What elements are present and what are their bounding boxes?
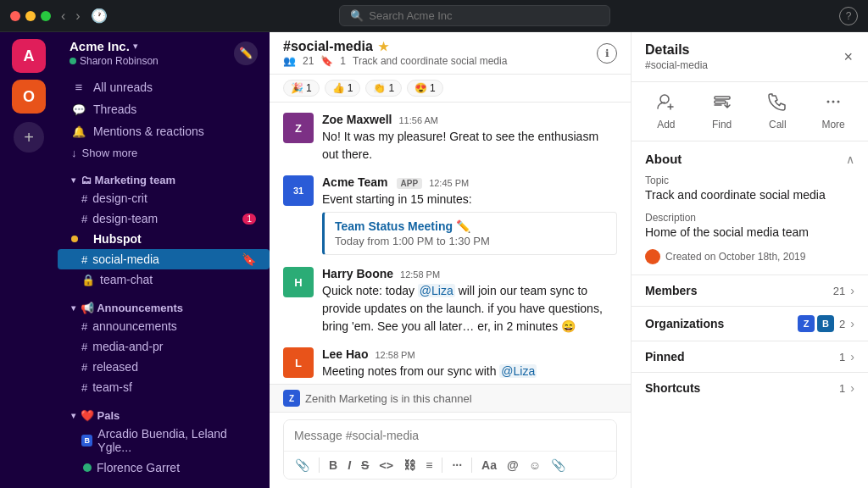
members-row[interactable]: Members 21 › <box>632 274 868 306</box>
svg-rect-1 <box>715 97 730 99</box>
section-announcements[interactable]: ▾ 📢 Announcements <box>58 295 270 316</box>
more-action[interactable]: More <box>810 92 857 130</box>
event-title: Team Status Meeting ✏️ <box>335 219 606 233</box>
online-status-dot <box>70 58 76 64</box>
pinned-label: Pinned <box>645 350 685 363</box>
channel-meta: 👥 21 🔖 1 Track and coordinate social med… <box>283 55 507 67</box>
event-card[interactable]: Team Status Meeting ✏️ Today from 1:00 P… <box>322 212 617 255</box>
show-more-button[interactable]: ↓ Show more <box>58 142 270 164</box>
about-header[interactable]: About ∧ <box>645 152 854 166</box>
close-details-button[interactable]: × <box>842 47 854 68</box>
chevron-right-icon: › <box>850 381 854 395</box>
call-label: Call <box>769 119 787 130</box>
code-button[interactable]: <> <box>375 455 398 475</box>
message-author: Zoe Maxwell <box>322 113 392 126</box>
channel-item-design-crit[interactable]: # design-crit <box>58 188 270 208</box>
sidebar-item-mentions[interactable]: 🔔 Mentions & reactions <box>58 120 270 142</box>
nav-arrows: ‹ › 🕐 <box>58 6 111 25</box>
channel-item-florence[interactable]: Florence Garret <box>58 458 270 478</box>
reaction-party[interactable]: 🎉 1 <box>283 80 320 97</box>
attach-button[interactable]: 📎 <box>291 455 314 475</box>
mention-button[interactable]: @ <box>503 455 523 475</box>
message-content: Harry Boone 12:58 PM Quick note: today @… <box>322 267 617 336</box>
workspace-icon-primary[interactable]: A <box>12 39 46 73</box>
bold-button[interactable]: B <box>325 455 342 475</box>
pinned-row[interactable]: Pinned 1 › <box>632 341 868 372</box>
link-button[interactable]: ⛓ <box>399 455 420 475</box>
message-time: 12:58 PM <box>375 350 415 360</box>
channel-item-team-sf[interactable]: # team-sf <box>58 377 270 397</box>
shortcuts-row[interactable]: Shortcuts 1 › <box>632 372 868 403</box>
history-button[interactable]: 🕐 <box>87 6 111 25</box>
list-button[interactable]: ≡ <box>421 455 437 475</box>
sidebar-item-threads[interactable]: 💬 Threads <box>58 98 270 120</box>
topbar-left: ‹ › 🕐 <box>10 6 111 25</box>
sidebar-item-all-unreads[interactable]: ≡ All unreads <box>58 75 270 98</box>
workspace-icon-secondary[interactable]: O <box>12 80 46 114</box>
bookmark-meta-icon: 🔖 <box>320 55 333 67</box>
strikethrough-button[interactable]: S <box>357 455 373 475</box>
add-action[interactable]: Add <box>643 92 689 130</box>
channel-item-arcadio[interactable]: B Arcadio Buendia, Leland Ygle... <box>58 424 270 458</box>
hash-icon: # <box>81 381 87 394</box>
creator-avatar <box>645 249 660 264</box>
message-text: Quick note: today @Liza will join our te… <box>322 282 617 336</box>
star-icon[interactable]: ★ <box>378 40 389 53</box>
minimize-traffic-light[interactable] <box>25 11 36 21</box>
channel-item-media-and-pr[interactable]: # media-and-pr <box>58 336 270 357</box>
about-section: About ∧ Topic Track and coordinate socia… <box>632 141 868 274</box>
org-badge-z: Z <box>798 315 815 332</box>
message-text: Event starting in 15 minutes: <box>322 191 617 208</box>
organizations-row[interactable]: Organizations Z B 2 › <box>632 306 868 341</box>
details-subtitle: #social-media <box>645 59 708 71</box>
channel-info-button[interactable]: ℹ <box>597 43 617 64</box>
message-text: Meeting notes from our sync with @Liza <box>322 363 617 380</box>
workspace-name[interactable]: Acme Inc. ▾ <box>70 39 159 53</box>
file-attach-button[interactable]: 📎 <box>547 455 570 475</box>
more-formatting-button[interactable]: ··· <box>448 455 466 475</box>
section-pals[interactable]: ▾ ❤️ Pals <box>58 402 270 424</box>
section-marketing[interactable]: ▾ 🗂 Marketing team <box>58 167 270 188</box>
about-topic: Topic Track and coordinate social media <box>645 175 854 202</box>
shortcuts-value-area: 1 › <box>839 381 854 395</box>
reaction-clap[interactable]: 👏 1 <box>365 80 402 97</box>
search-bar[interactable]: 🔍 <box>339 5 610 26</box>
more-label: More <box>821 119 844 130</box>
italic-button[interactable]: I <box>343 455 355 475</box>
dm-icon: B <box>81 435 92 446</box>
back-button[interactable]: ‹ <box>58 6 69 25</box>
organizations-value-area: Z B 2 › <box>798 315 854 332</box>
reaction-thumbsup[interactable]: 👍 1 <box>325 80 361 97</box>
font-size-button[interactable]: Aa <box>477 455 501 475</box>
message-header: Zoe Maxwell 11:56 AM <box>322 113 617 126</box>
workspace-info: Acme Inc. ▾ Sharon Robinson <box>70 39 159 67</box>
add-workspace-button[interactable]: + <box>14 122 44 152</box>
message-header: Lee Hao 12:58 PM <box>322 347 617 361</box>
channel-item-team-chat[interactable]: 🔒 team-chat <box>58 269 270 290</box>
call-action[interactable]: Call <box>754 92 801 130</box>
channel-item-released[interactable]: # released <box>58 357 270 377</box>
org-badges: Z B <box>798 315 834 332</box>
search-input[interactable] <box>369 9 599 22</box>
find-action[interactable]: Find <box>698 92 745 130</box>
mention: @Liza <box>418 284 455 297</box>
channel-item-hubspot[interactable]: Hubspot <box>58 229 270 249</box>
close-traffic-light[interactable] <box>10 11 20 21</box>
channel-item-announcements[interactable]: # announcements <box>58 316 270 336</box>
details-header: Details #social-media × <box>632 32 868 82</box>
message-header: Harry Boone 12:58 PM <box>322 267 617 280</box>
message-input[interactable] <box>284 420 616 451</box>
channel-item-social-media[interactable]: # social-media 🔖 <box>58 249 270 269</box>
fullscreen-traffic-light[interactable] <box>41 11 51 21</box>
hash-icon: # <box>81 192 87 205</box>
message-time: 12:45 PM <box>429 178 469 188</box>
avatar: 31 <box>283 175 314 206</box>
help-button[interactable]: ? <box>839 7 858 25</box>
chevron-up-icon: ∧ <box>846 152 854 166</box>
channel-item-design-team[interactable]: # design-team 1 <box>58 208 270 229</box>
reaction-heart-eyes[interactable]: 😍 1 <box>407 80 443 97</box>
pinned-value-area: 1 › <box>839 350 854 363</box>
emoji-button[interactable]: ☺ <box>525 455 545 475</box>
forward-button[interactable]: › <box>72 6 83 25</box>
compose-button[interactable]: ✏️ <box>234 42 258 65</box>
